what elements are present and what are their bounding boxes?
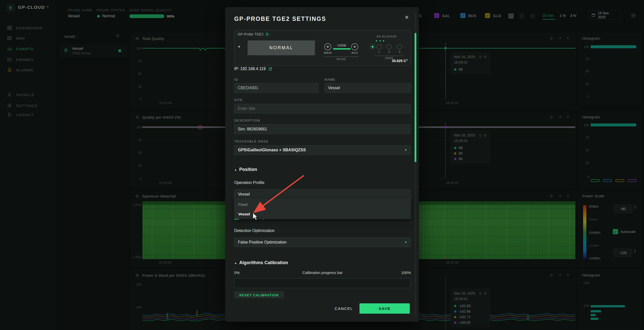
- detection-optimization-select[interactable]: False Positive Optimization ▼: [234, 238, 411, 247]
- device-temperature: 35.625 C°: [392, 59, 408, 63]
- reset-calibration-button[interactable]: RESET CALIBRATION: [234, 291, 284, 298]
- main-antenna-icon: [324, 43, 331, 50]
- id-label: ID: [234, 78, 238, 81]
- detection-optimization-value: False Positive Optimization: [238, 240, 287, 245]
- description-label: DESCRIPTION: [234, 119, 260, 122]
- calibration-section-toggle[interactable]: ▲ Algorithms Calibration: [234, 260, 288, 265]
- modal-scrollbar-thumb[interactable]: [415, 33, 416, 162]
- calibration-bar-label: Calibration progress bar: [234, 270, 411, 275]
- blocker-channel-0: [370, 44, 375, 49]
- operation-profile-label: Operation Profile: [234, 180, 264, 185]
- main-antenna-label: MAIN: [322, 51, 334, 54]
- device-name: GP-Probe TGE2: [238, 32, 263, 36]
- blocker-channel-1: [377, 44, 382, 49]
- chevron-down-icon: ▼: [404, 241, 407, 244]
- site-field[interactable]: [234, 104, 411, 113]
- dropdown-option-fixed[interactable]: Fixed: [234, 200, 411, 209]
- aux-antenna-label: AUX: [349, 51, 361, 54]
- traceable-gnss-label: TRACEABLE GNSS: [234, 139, 268, 143]
- channel-number: 2: [387, 50, 392, 53]
- gnss-bracket: [375, 55, 403, 56]
- blocker-status-dot: [376, 40, 377, 41]
- network-label: 3G/4G: [334, 58, 349, 61]
- modal-title: GP-PROBE TGE2 SETTINGS: [234, 16, 326, 22]
- dropdown-option-vessel[interactable]: Vessel: [234, 209, 411, 219]
- device-status-badge: NORMAL: [248, 40, 315, 55]
- channel-number: 3: [397, 50, 402, 53]
- collapse-triangle-icon: ▲: [234, 168, 237, 171]
- site-label: SITE: [234, 98, 243, 102]
- operation-profile-select[interactable]: Vessel: [234, 189, 411, 199]
- id-field[interactable]: [234, 83, 318, 93]
- blocker-channel-3: [397, 44, 402, 49]
- name-field[interactable]: [325, 83, 411, 93]
- device-status-card: GP-Probe TGE2 NORMAL MAIN USIM AUX 3G/4G…: [234, 30, 411, 66]
- position-section-label: Position: [239, 167, 257, 172]
- device-led: [238, 46, 240, 48]
- calibration-section-label: Algorithms Calibration: [239, 260, 288, 265]
- description-field[interactable]: [234, 124, 411, 134]
- operation-profile-value: Vessel: [238, 192, 250, 197]
- app-root: GP-CLOUD « DASHBOARD MAP CHARTS PROBES A…: [0, 0, 644, 330]
- aux-antenna-icon: [351, 43, 358, 50]
- cancel-button[interactable]: CANCEL: [333, 303, 354, 314]
- traceable-gnss-select[interactable]: GPS\Galileo\Glonass + SBAS\QZSS ▼: [234, 145, 411, 155]
- save-button[interactable]: SAVE: [359, 303, 410, 314]
- network-bracket: [324, 56, 358, 57]
- reset-calibration-clip: RESET CALIBRATION: [234, 291, 284, 298]
- usim-label: USIM: [336, 44, 348, 47]
- calibration-progress-bar: [234, 278, 411, 288]
- device-name-row: GP-Probe TGE2: [238, 32, 269, 36]
- traceable-gnss-value: GPS\Galileo\Glonass + SBAS\QZSS: [238, 148, 306, 152]
- calibration-max: 100%: [401, 270, 411, 275]
- probe-settings-modal: GP-PROBE TGE2 SETTINGS × GP-Probe TGE2 N…: [225, 7, 419, 322]
- lock-icon: [265, 32, 269, 36]
- collapse-triangle-icon: ▲: [234, 261, 237, 264]
- blocker-status-dot: [383, 40, 384, 41]
- open-ip-icon[interactable]: [268, 67, 272, 71]
- channel-number: 1: [377, 50, 382, 53]
- chevron-down-icon: ▼: [404, 148, 407, 152]
- name-label: NAME: [325, 78, 335, 81]
- blocker-label: GR-BLOCKER: [361, 35, 412, 38]
- ip-row: IP: 192.168.4.119: [234, 67, 272, 71]
- ip-text: IP: 192.168.4.119: [234, 67, 266, 71]
- usim-active-bar: [333, 48, 351, 50]
- modal-close-button[interactable]: ×: [405, 14, 409, 21]
- detection-optimization-label: Detection Optimization: [234, 228, 275, 233]
- operation-profile-dropdown: Fixed Vessel: [234, 199, 411, 219]
- blocker-status-dot: [379, 40, 381, 41]
- position-section-toggle[interactable]: ▲ Position: [234, 167, 257, 172]
- blocker-channel-2: [387, 44, 392, 49]
